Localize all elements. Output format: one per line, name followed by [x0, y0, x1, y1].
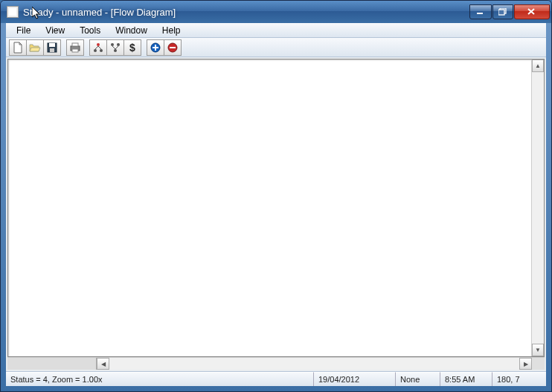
svg-rect-2	[498, 10, 504, 15]
menu-file[interactable]: File	[9, 23, 38, 37]
scroll-down-button[interactable]: ▼	[532, 344, 544, 356]
status-coords: 180, 7	[492, 372, 546, 386]
svg-rect-0	[477, 13, 483, 14]
status-time: 8:55 AM	[440, 372, 492, 386]
svg-rect-7	[72, 43, 78, 46]
new-file-icon	[13, 42, 23, 54]
svg-rect-8	[72, 49, 78, 52]
svg-point-9	[97, 43, 100, 46]
status-date: 19/04/2012	[314, 372, 396, 386]
minimize-button[interactable]	[469, 4, 492, 19]
menu-help[interactable]: Help	[155, 23, 188, 37]
window-controls	[469, 5, 550, 19]
restore-icon	[498, 8, 507, 16]
plus-circle-icon	[150, 42, 161, 53]
svg-point-14	[114, 49, 117, 52]
svg-point-13	[117, 43, 120, 46]
title-bar[interactable]: Steady - unnamed - [Flow Diagram]	[1, 1, 551, 23]
scroll-spacer	[7, 358, 97, 370]
minimize-icon	[477, 9, 484, 15]
status-main: Status = 4, Zoom = 1.00x	[6, 372, 314, 386]
svg-rect-5	[50, 48, 54, 52]
vertical-scrollbar[interactable]: ▲ ▼	[531, 60, 544, 356]
remove-button[interactable]	[164, 39, 182, 56]
app-window: Steady - unnamed - [Flow Diagram] File V…	[0, 0, 552, 392]
svg-point-10	[94, 49, 97, 52]
svg-point-11	[100, 49, 103, 52]
scroll-right-button[interactable]: ▶	[519, 358, 532, 370]
close-button[interactable]	[514, 4, 550, 19]
add-button[interactable]	[147, 39, 164, 56]
cost-button[interactable]: $	[123, 39, 141, 56]
open-folder-icon	[29, 42, 41, 53]
scroll-left-button[interactable]: ◀	[97, 358, 109, 370]
open-button[interactable]	[26, 39, 44, 56]
svg-rect-4	[49, 43, 55, 47]
new-button[interactable]	[9, 39, 27, 56]
branch-icon	[93, 42, 103, 53]
menu-bar: File View Tools Window Help	[6, 23, 546, 38]
close-icon	[527, 8, 536, 16]
canvas-container: ▲ ▼ ◀ ▶	[6, 57, 546, 371]
horizontal-scroll-row: ◀ ▶	[7, 357, 545, 370]
tool1-button[interactable]	[89, 39, 107, 56]
menu-view[interactable]: View	[38, 23, 72, 37]
svg-text:$: $	[129, 42, 135, 53]
status-mode: None	[396, 372, 440, 386]
scroll-corner	[532, 358, 545, 370]
window-title: Steady - unnamed - [Flow Diagram]	[23, 7, 469, 18]
save-button[interactable]	[43, 39, 61, 56]
dollar-icon: $	[127, 42, 138, 53]
client-area: File View Tools Window Help	[1, 23, 551, 391]
print-button[interactable]	[66, 39, 84, 56]
menu-window[interactable]: Window	[108, 23, 155, 37]
scroll-up-button[interactable]: ▲	[532, 60, 544, 72]
menu-tools[interactable]: Tools	[72, 23, 108, 37]
restore-button[interactable]	[492, 4, 513, 19]
save-floppy-icon	[47, 42, 57, 53]
status-bar: Status = 4, Zoom = 1.00x 19/04/2012 None…	[6, 371, 546, 386]
app-icon	[7, 6, 19, 18]
svg-point-12	[111, 43, 114, 46]
printer-icon	[69, 42, 81, 53]
tool2-button[interactable]	[106, 39, 124, 56]
merge-icon	[110, 42, 121, 53]
flow-diagram-canvas[interactable]: ▲ ▼	[7, 59, 545, 357]
minus-circle-icon	[167, 42, 178, 53]
toolbar: $	[6, 38, 546, 57]
horizontal-scrollbar[interactable]: ◀ ▶	[97, 358, 532, 370]
